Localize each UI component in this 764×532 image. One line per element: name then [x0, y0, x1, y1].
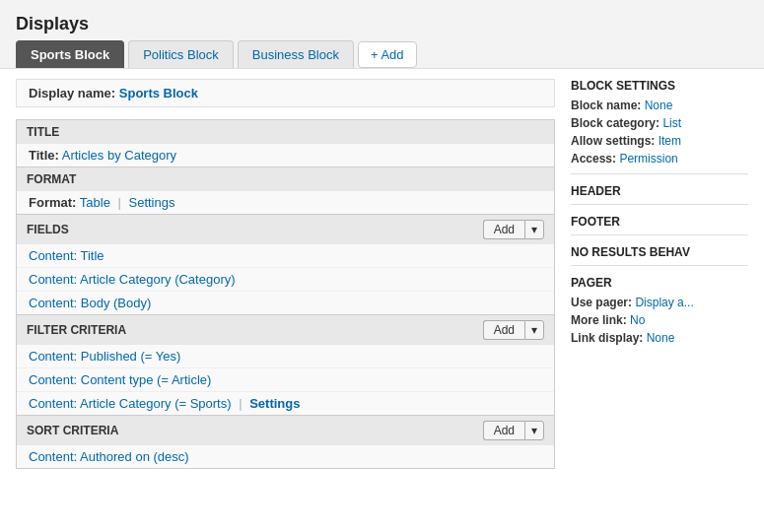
section-sort-header: SORT CRITERIA Add ▾	[17, 416, 554, 445]
pager-heading: PAGER	[571, 276, 748, 290]
format-settings-link[interactable]: Settings	[128, 195, 174, 210]
divider-3	[571, 234, 748, 235]
more-link-row: More link: No	[571, 311, 748, 329]
link-display-label: Link display:	[571, 331, 643, 345]
title-field-label: Title:	[29, 148, 59, 163]
no-results-heading: NO RESULTS BEHAV	[571, 245, 748, 259]
display-name-bar: Display name: Sports Block	[16, 79, 555, 107]
list-item: Content: Article Category (Category)	[17, 268, 554, 292]
allow-settings-value[interactable]: Item	[659, 134, 681, 148]
page-header: Displays Sports Block Politics Block Bus…	[0, 0, 764, 69]
divider-2	[571, 204, 748, 205]
list-item: Content: Authored on (desc)	[17, 445, 554, 468]
left-panel: Display name: Sports Block TITLE Title: …	[16, 79, 555, 469]
access-label: Access:	[571, 152, 616, 166]
block-category-label: Block category:	[571, 116, 660, 130]
block-category-value[interactable]: List	[662, 116, 681, 130]
block-name-label: Block name:	[571, 99, 641, 112]
filter-add-arrow-button[interactable]: ▾	[524, 320, 544, 340]
sort-add-button[interactable]: Add	[483, 421, 524, 440]
section-format-body: Format: Table | Settings	[17, 191, 554, 214]
allow-settings-label: Allow settings:	[571, 134, 655, 148]
format-label: Format:	[29, 195, 76, 210]
fields-add-button[interactable]: Add	[483, 220, 524, 239]
display-name-value: Sports Block	[119, 86, 198, 100]
allow-settings-row: Allow settings: Item	[571, 132, 748, 150]
page-title: Displays	[16, 6, 748, 40]
section-fields-header: FIELDS Add ▾	[17, 215, 554, 244]
section-fields-body: Content: Title Content: Article Category…	[17, 244, 554, 314]
tab-add[interactable]: + Add	[358, 41, 417, 68]
section-title-body: Title: Articles by Category	[17, 144, 554, 166]
use-pager-value[interactable]: Display a...	[635, 296, 693, 309]
list-item: Content: Title	[17, 244, 554, 268]
divider-1	[571, 173, 748, 174]
format-divider: |	[117, 195, 124, 210]
list-item: Content: Content type (= Article)	[17, 368, 554, 392]
section-format: FORMAT Format: Table | Settings	[16, 167, 555, 215]
header-heading: HEADER	[571, 184, 748, 198]
tabs-bar: Sports Block Politics Block Business Blo…	[16, 40, 748, 68]
tab-sports[interactable]: Sports Block	[16, 40, 124, 68]
sort-add-group: Add ▾	[483, 421, 544, 440]
list-item: Content: Published (= Yes)	[17, 345, 554, 368]
divider-4	[571, 265, 748, 266]
access-value[interactable]: Permission	[619, 152, 677, 166]
more-link-label: More link:	[571, 313, 627, 327]
filter-settings-link[interactable]: Settings	[249, 396, 300, 411]
tab-politics[interactable]: Politics Block	[128, 40, 234, 68]
use-pager-row: Use pager: Display a...	[571, 294, 748, 311]
format-row: Format: Table | Settings	[17, 191, 554, 214]
block-category-row: Block category: List	[571, 114, 748, 132]
filter-add-button[interactable]: Add	[483, 320, 524, 340]
format-value[interactable]: Table	[80, 195, 110, 210]
section-filter-criteria: FILTER CRITERIA Add ▾ Content: Published…	[16, 315, 555, 416]
section-title: TITLE Title: Articles by Category	[16, 119, 555, 167]
block-settings-heading: BLOCK SETTINGS	[571, 79, 748, 93]
filter-add-group: Add ▾	[483, 320, 544, 340]
section-sort-body: Content: Authored on (desc)	[17, 445, 554, 468]
block-name-value[interactable]: None	[645, 99, 673, 112]
link-display-value[interactable]: None	[647, 331, 675, 345]
section-fields: FIELDS Add ▾ Content: Title Content: Art…	[16, 215, 555, 315]
fields-add-arrow-button[interactable]: ▾	[524, 220, 544, 239]
section-filter-body: Content: Published (= Yes) Content: Cont…	[17, 345, 554, 415]
right-panel: BLOCK SETTINGS Block name: None Block ca…	[571, 79, 748, 469]
filter-divider: |	[239, 396, 245, 411]
access-row: Access: Permission	[571, 150, 748, 167]
use-pager-label: Use pager:	[571, 296, 632, 309]
more-link-value[interactable]: No	[630, 313, 645, 327]
sort-add-arrow-button[interactable]: ▾	[524, 421, 544, 440]
title-row: Title: Articles by Category	[17, 144, 554, 166]
block-name-row: Block name: None	[571, 97, 748, 114]
display-name-label: Display name:	[29, 86, 115, 100]
list-item: Content: Body (Body)	[17, 292, 554, 314]
section-filter-header: FILTER CRITERIA Add ▾	[17, 315, 554, 345]
list-item: Content: Article Category (= Sports) | S…	[17, 392, 554, 415]
section-title-header: TITLE	[17, 120, 554, 144]
section-sort-criteria: SORT CRITERIA Add ▾ Content: Authored on…	[16, 416, 555, 469]
fields-add-group: Add ▾	[483, 220, 544, 239]
section-format-header: FORMAT	[17, 167, 554, 191]
title-field-value[interactable]: Articles by Category	[62, 148, 176, 163]
link-display-row: Link display: None	[571, 329, 748, 347]
footer-heading: FOOTER	[571, 215, 748, 229]
tab-business[interactable]: Business Block	[238, 40, 354, 68]
main-content: Display name: Sports Block TITLE Title: …	[0, 69, 764, 479]
